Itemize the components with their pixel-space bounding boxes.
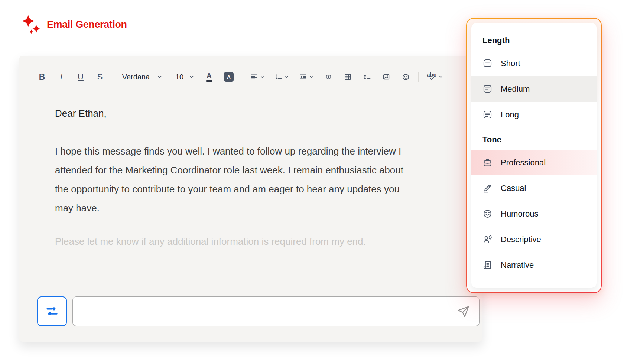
- line-spacing-button[interactable]: [363, 71, 371, 83]
- indent-button[interactable]: [299, 71, 313, 83]
- generation-options-panel: Length Short Medium Long Tone Pr: [466, 18, 602, 293]
- option-casual[interactable]: Casual: [471, 175, 597, 201]
- paper-plane-icon: [457, 305, 469, 318]
- speaking-person-icon: [482, 234, 493, 244]
- prompt-field-container: [72, 296, 480, 326]
- option-long[interactable]: Long: [471, 102, 597, 127]
- options-card: Length Short Medium Long Tone Pr: [471, 23, 597, 288]
- font-family-select[interactable]: Verdana: [120, 71, 152, 83]
- spellcheck-button[interactable]: abc: [427, 71, 443, 83]
- tone-section-header: Tone: [471, 130, 597, 150]
- insert-image-button[interactable]: [382, 71, 391, 83]
- length-medium-icon: [482, 84, 493, 94]
- option-short[interactable]: Short: [471, 51, 597, 76]
- briefcase-icon: [482, 157, 493, 168]
- generation-settings-button[interactable]: [37, 296, 67, 326]
- toolbar-divider: [242, 72, 242, 82]
- email-body-text[interactable]: I hope this message finds you well. I wa…: [55, 142, 407, 218]
- rich-text-toolbar: B I U S Verdana 10 A A: [38, 68, 443, 85]
- editor-card: B I U S Verdana 10 A A: [19, 56, 482, 342]
- newspaper-icon: [482, 260, 493, 270]
- italic-button[interactable]: I: [57, 71, 66, 83]
- bold-button[interactable]: B: [38, 71, 46, 83]
- send-button[interactable]: [456, 305, 470, 319]
- email-greeting[interactable]: Dear Ethan,: [55, 108, 107, 119]
- smiley-icon: [482, 209, 493, 219]
- outdent-icon: [299, 73, 307, 81]
- toolbar-divider: [418, 72, 419, 82]
- code-button[interactable]: [324, 71, 333, 83]
- emoji-icon: [402, 73, 410, 81]
- font-color-icon: A: [207, 72, 212, 79]
- option-descriptive[interactable]: Descriptive: [471, 227, 597, 252]
- font-color-button[interactable]: A: [205, 71, 214, 83]
- chevron-down-icon[interactable]: [189, 74, 194, 79]
- strikethrough-button[interactable]: S: [95, 71, 104, 83]
- composer-bar: [37, 296, 480, 326]
- option-medium[interactable]: Medium: [471, 76, 597, 102]
- chevron-down-icon: [260, 75, 264, 79]
- option-narrative[interactable]: Narrative: [471, 252, 597, 278]
- chevron-down-icon: [309, 75, 313, 79]
- align-button[interactable]: [250, 71, 264, 83]
- underline-button[interactable]: U: [76, 71, 85, 83]
- chevron-down-icon: [285, 75, 289, 79]
- line-spacing-icon: [363, 73, 371, 81]
- code-icon: [325, 73, 332, 81]
- highlight-color-button[interactable]: A: [224, 71, 234, 83]
- sparkles-logo-icon: [22, 14, 41, 35]
- app-header: Email Generation: [22, 14, 127, 35]
- highlight-color-icon: A: [224, 72, 234, 82]
- spellcheck-icon: abc: [427, 71, 436, 82]
- font-color-swatch: [206, 80, 212, 82]
- length-short-icon: [482, 58, 493, 68]
- table-button[interactable]: [343, 71, 352, 83]
- email-generating-text: Please let me know if any additional inf…: [55, 234, 407, 249]
- chevron-down-icon: [439, 75, 443, 79]
- option-professional[interactable]: Professional: [471, 150, 597, 175]
- length-section-header: Length: [471, 30, 597, 51]
- emoji-button[interactable]: [401, 71, 410, 83]
- chevron-down-icon[interactable]: [157, 74, 162, 79]
- font-size-select[interactable]: 10: [175, 71, 184, 83]
- pencil-icon: [482, 183, 493, 193]
- table-icon: [344, 73, 351, 81]
- bullet-list-icon: [275, 73, 282, 81]
- length-long-icon: [482, 110, 493, 120]
- prompt-input[interactable]: [79, 297, 443, 326]
- bullet-list-button[interactable]: [275, 71, 289, 83]
- sliders-icon: [45, 304, 59, 319]
- page-title: Email Generation: [47, 19, 127, 30]
- option-humorous[interactable]: Humorous: [471, 201, 597, 227]
- image-icon: [383, 73, 390, 81]
- align-left-icon: [250, 73, 258, 81]
